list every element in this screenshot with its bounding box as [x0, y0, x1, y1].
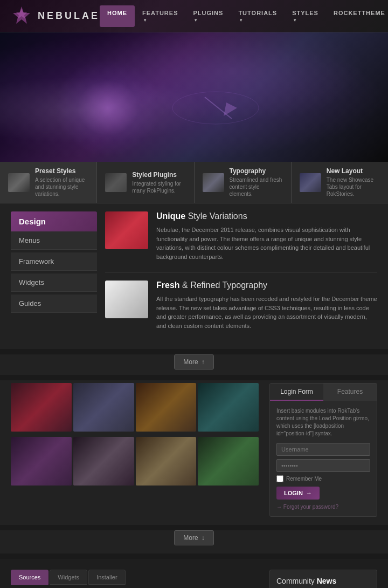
- svg-point-2: [172, 92, 259, 124]
- login-description: Insert basic modules into RokTab's conte…: [276, 407, 370, 437]
- sidebar-item-guides[interactable]: Guides: [11, 295, 97, 313]
- nav-styles[interactable]: STYLES ▾: [285, 5, 326, 27]
- lower-left: Sources Widgets Installer Easy Logo Cust…: [11, 570, 259, 588]
- more-up-label: More: [183, 358, 198, 366]
- sidebar-item-menus[interactable]: Menus: [11, 231, 97, 250]
- tab-thumb-3: [203, 173, 224, 192]
- tab-preset-styles[interactable]: Preset Styles A selection of unique and …: [0, 162, 97, 203]
- chevron-down-icon: ▾: [144, 18, 147, 23]
- more-down-label: More: [183, 534, 198, 542]
- divider-1: [105, 272, 377, 272]
- chevron-down-icon: ▾: [195, 18, 197, 23]
- tab-typography[interactable]: Typography Streamlined and fresh content…: [195, 162, 292, 203]
- content-desc-2: All the standard typography has been rec…: [156, 295, 377, 330]
- tab-text-1: Preset Styles A selection of unique and …: [35, 167, 88, 197]
- gallery-item-5[interactable]: [11, 437, 72, 486]
- gallery-item-6[interactable]: [73, 437, 134, 486]
- logo-icon: [11, 5, 32, 27]
- src-tab-widgets[interactable]: Widgets: [50, 570, 87, 585]
- username-input[interactable]: [276, 443, 370, 456]
- nav-home[interactable]: HOME: [100, 5, 135, 27]
- login-section: Login Form Features Insert basic modules…: [269, 383, 377, 517]
- tab-text-3: Typography Streamlined and fresh content…: [230, 167, 283, 197]
- nav-plugins[interactable]: PLUGINS ▾: [185, 5, 231, 27]
- login-content: Insert basic modules into RokTab's conte…: [270, 401, 377, 516]
- chevron-down-icon: ▾: [294, 18, 296, 23]
- gallery-item-7[interactable]: [136, 437, 197, 486]
- remember-checkbox[interactable]: [276, 475, 283, 482]
- down-arrow-icon: ↓: [202, 534, 205, 542]
- gallery-item-2[interactable]: [73, 383, 134, 432]
- content-title-1: Unique Style Variations: [156, 211, 377, 221]
- arrow-right-icon: →: [306, 490, 312, 496]
- login-button[interactable]: LOGIN →: [276, 487, 320, 500]
- gallery-grid-top: [11, 383, 259, 432]
- nav-rockettheme[interactable]: ROCKETTHEME: [326, 5, 388, 27]
- gallery-item-8[interactable]: [198, 437, 259, 486]
- tab-desc-3: Streamlined and fresh content style elem…: [230, 176, 283, 197]
- tab-title-3: Typography: [230, 167, 283, 175]
- more-up-button[interactable]: More ↑: [174, 354, 213, 370]
- sidebar-active-design[interactable]: Design: [11, 211, 97, 231]
- chevron-down-icon: ▾: [240, 18, 242, 23]
- more-down-row: More ↓: [0, 530, 388, 553]
- main-nav: HOME FEATURES ▾ PLUGINS ▾ TUTORIALS ▾ ST…: [100, 5, 388, 27]
- tab-text-2: Styled Plugins Integrated styling for ma…: [132, 171, 185, 194]
- tab-desc-4: The new Showcase Tabs layout for RokStor…: [327, 176, 380, 197]
- login-tab-form[interactable]: Login Form: [270, 384, 323, 401]
- gallery-item-1[interactable]: [11, 383, 72, 432]
- src-tab-installer[interactable]: Installer: [88, 570, 126, 585]
- community-title: Community News: [276, 577, 370, 585]
- tab-desc-1: A selection of unique and stunning style…: [35, 176, 88, 197]
- tab-title-4: New Layout: [327, 167, 380, 175]
- nav-tutorials[interactable]: TUTORIALS ▾: [231, 5, 285, 27]
- gallery-item-3[interactable]: [136, 383, 197, 432]
- gallery-section: [11, 383, 259, 517]
- remember-row: Remember Me: [276, 475, 370, 482]
- content-block-2: Fresh & Refined Typography All the stand…: [105, 281, 377, 330]
- content-block-1: Unique Style Variations Nebulae, the Dec…: [105, 211, 377, 261]
- lower-section: Sources Widgets Installer Easy Logo Cust…: [0, 559, 388, 588]
- tab-thumb-2: [105, 173, 127, 192]
- src-tab-sources[interactable]: Sources: [11, 570, 48, 585]
- tab-text-4: New Layout The new Showcase Tabs layout …: [327, 167, 380, 197]
- content-text-2: Fresh & Refined Typography All the stand…: [156, 281, 377, 330]
- tab-new-layout[interactable]: New Layout The new Showcase Tabs layout …: [292, 162, 388, 203]
- content-thumb-1: [105, 211, 148, 249]
- login-box: Login Form Features Insert basic modules…: [269, 383, 377, 517]
- showcase-tabs: Preset Styles A selection of unique and …: [0, 162, 388, 203]
- up-arrow-icon: ↑: [202, 358, 205, 366]
- logo-area: NEBULAE: [11, 5, 100, 27]
- forgot-password-link[interactable]: Forgot your password?: [276, 504, 370, 510]
- gallery-item-4[interactable]: [198, 383, 259, 432]
- tab-thumb-4: [300, 173, 321, 192]
- tab-title-1: Preset Styles: [35, 167, 88, 175]
- tab-title-2: Styled Plugins: [132, 171, 185, 179]
- content-text-1: Unique Style Variations Nebulae, the Dec…: [156, 211, 377, 261]
- tab-desc-2: Integrated styling for many RokPlugins.: [132, 180, 185, 194]
- main-content-area: Unique Style Variations Nebulae, the Dec…: [105, 211, 377, 341]
- content-row: Design Menus Framework Widgets Guides Un…: [0, 203, 388, 349]
- sidebar: Design Menus Framework Widgets Guides: [11, 211, 97, 341]
- header: NEBULAE HOME FEATURES ▾ PLUGINS ▾ TUTORI…: [0, 0, 388, 32]
- sources-tabs: Sources Widgets Installer: [11, 570, 259, 585]
- nav-features[interactable]: FEATURES ▾: [135, 5, 185, 27]
- tab-styled-plugins[interactable]: Styled Plugins Integrated styling for ma…: [97, 162, 194, 203]
- login-button-label: LOGIN: [284, 490, 303, 496]
- login-tabs: Login Form Features: [270, 384, 377, 401]
- more-up-row: More ↑: [0, 354, 388, 375]
- hero-banner: [0, 32, 388, 162]
- community-box: Community News Fusion with MegaMenu Fusi…: [269, 570, 377, 588]
- svg-marker-4: [224, 102, 237, 116]
- content-thumb-2: [105, 281, 148, 318]
- more-down-button[interactable]: More ↓: [174, 530, 213, 545]
- content-title-2: Fresh & Refined Typography: [156, 281, 377, 290]
- sidebar-item-framework[interactable]: Framework: [11, 252, 97, 271]
- site-title: NEBULAE: [38, 10, 100, 22]
- content-desc-1: Nebulae, the December 2011 release, comb…: [156, 225, 377, 261]
- tab-thumb-1: [8, 173, 30, 192]
- password-input[interactable]: [276, 459, 370, 472]
- community-section: Community News Fusion with MegaMenu Fusi…: [269, 570, 377, 588]
- login-tab-features[interactable]: Features: [323, 384, 377, 401]
- sidebar-item-widgets[interactable]: Widgets: [11, 274, 97, 292]
